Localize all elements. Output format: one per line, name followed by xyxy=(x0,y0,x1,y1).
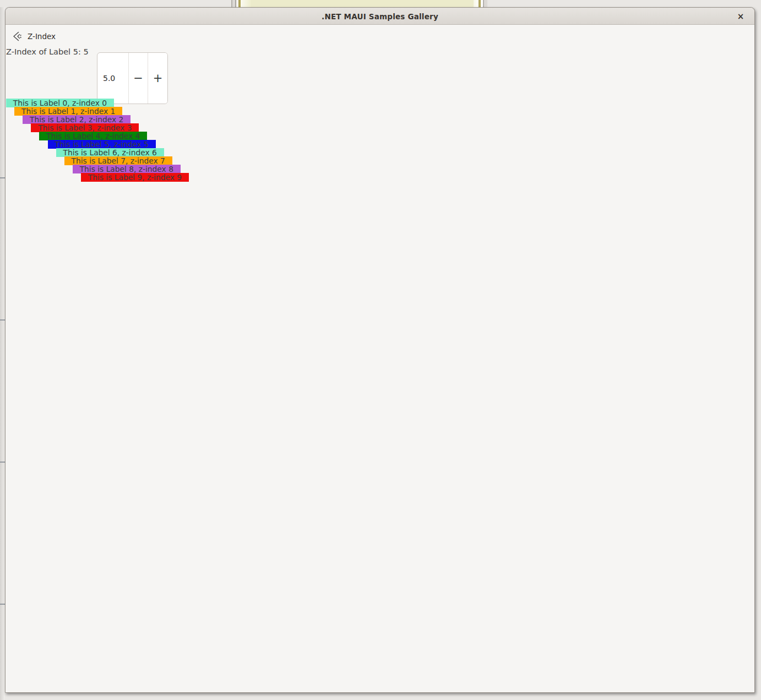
window-title: .NET MAUI Samples Gallery xyxy=(6,8,754,25)
background-window-top-sliver xyxy=(0,0,761,7)
background-separator-line xyxy=(0,177,5,178)
background-separator-line xyxy=(0,462,5,463)
zindex-demo-label: This is Label 9, z-index 9 xyxy=(81,173,189,182)
zindex-demo-label: This is Label 3, z-index 3 xyxy=(31,123,139,132)
page-content: Z-Index Z-Index of Label 5: 5 5.0 − + Th… xyxy=(6,25,754,692)
zindex-demo-label: This is Label 7, z-index 7 xyxy=(64,156,172,165)
stepper-value-field[interactable]: 5.0 xyxy=(97,53,129,104)
zindex-demo-label: This is Label 6, z-index 6 xyxy=(56,148,164,157)
back-nav[interactable]: Z-Index xyxy=(12,31,56,42)
close-button[interactable]: × xyxy=(732,9,749,24)
background-separator-line xyxy=(0,604,5,605)
zindex-heading: Z-Index of Label 5: 5 xyxy=(6,47,89,57)
zindex-demo-label: This is Label 2, z-index 2 xyxy=(23,115,131,124)
zindex-demo-label: This is Label 5, z-index 5 xyxy=(48,140,156,149)
zindex-demo-label: This is Label 1, z-index 1 xyxy=(14,107,122,116)
app-window: .NET MAUI Samples Gallery × Z-Index Z-In… xyxy=(5,7,755,693)
background-separator-line xyxy=(0,319,5,321)
titlebar[interactable]: .NET MAUI Samples Gallery × xyxy=(6,8,754,25)
stepper-decrement-button[interactable]: − xyxy=(129,53,148,104)
background-window-left-sliver xyxy=(0,7,5,700)
zindex-demo-label: This is Label 8, z-index 8 xyxy=(73,165,181,173)
back-nav-label[interactable]: Z-Index xyxy=(28,32,56,41)
zindex-labels-stack: This is Label 0, z-index 0This is Label … xyxy=(6,99,336,264)
back-arrow-icon[interactable] xyxy=(12,31,23,42)
zindex-stepper: 5.0 − + xyxy=(97,52,168,104)
zindex-demo-label: This is Label 0, z-index 0 xyxy=(6,99,114,107)
stepper-increment-button[interactable]: + xyxy=(148,53,167,104)
zindex-demo-label: This is Label 4, z-index 4 xyxy=(39,132,147,140)
